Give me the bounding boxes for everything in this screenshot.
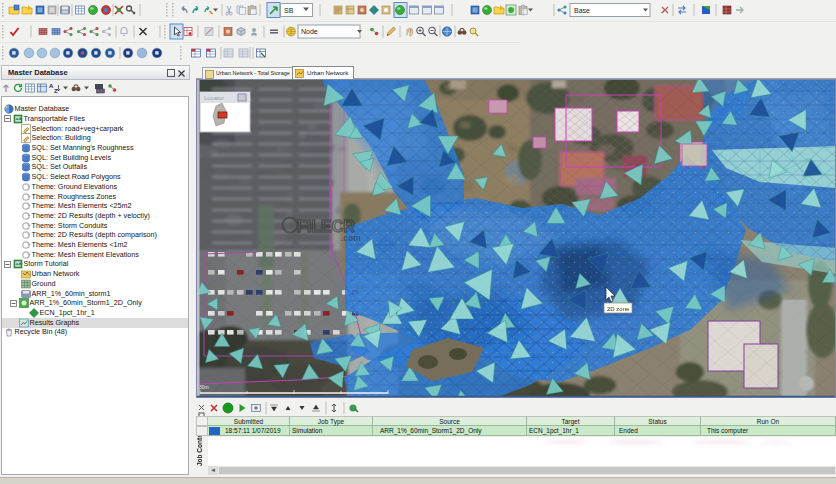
svg-text:Locator: Locator bbox=[204, 95, 224, 101]
svg-text:Base: Base bbox=[574, 7, 590, 14]
svg-text:Node: Node bbox=[301, 28, 318, 35]
svg-text:SB: SB bbox=[284, 7, 294, 14]
svg-text:30m: 30m bbox=[199, 384, 209, 390]
svg-text:2D zone: 2D zone bbox=[607, 306, 630, 312]
svg-text:.com: .com bbox=[341, 233, 361, 243]
